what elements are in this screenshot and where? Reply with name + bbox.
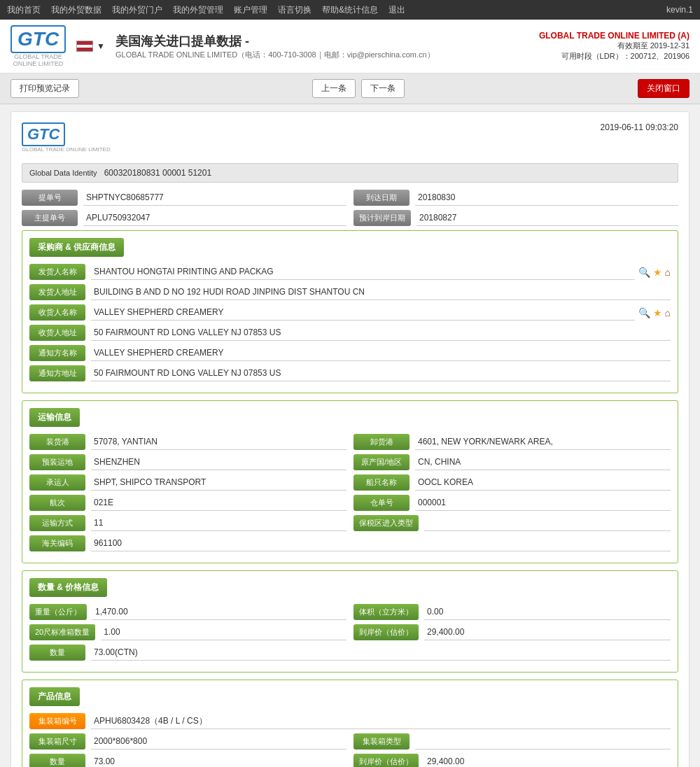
nav-manage[interactable]: 我的外贸管理 [173,4,223,16]
home-icon[interactable]: ⌂ [665,267,671,278]
container-type-value [415,734,671,750]
logo-text: GTC [10,25,66,53]
close-button[interactable]: 关闭窗口 [638,79,690,98]
valid-until: 有效期至 2019-12-31 [539,41,690,51]
container-type-label: 集装箱类型 [354,733,410,750]
bonded-field: 保税区进入类型 [354,515,671,531]
nav-logout[interactable]: 退出 [388,4,405,16]
logo: GTC GLOBAL TRADEONLINE LIMITED [10,25,66,67]
header-right: GLOBAL TRADE ONLINE LIMITED (A) 有效期至 201… [539,31,690,62]
page-title-area: 美国海关进口提单数据 - GLOBAL TRADE ONLINE LIMITED… [115,33,435,60]
print-button[interactable]: 打印预览记录 [10,79,79,98]
flag-icon [76,41,93,52]
customs-code-value: 961100 [91,536,671,551]
search-icon[interactable]: 🔍 [638,267,650,278]
nav-account[interactable]: 账户管理 [234,4,267,16]
next-button[interactable]: 下一条 [361,79,405,98]
language-selector[interactable]: ▼ [76,41,105,52]
nav-data[interactable]: 我的外贸数据 [51,4,102,16]
predest-origin-row: 预装运地 SHENZHEN 原产国/地区 CN, CHINA [29,454,671,470]
prod-price-label: 到岸价（估价） [354,754,419,767]
arrival-date-field: 到达日期 20180830 [354,190,678,206]
transport-mode-field: 运输方式 11 [29,515,346,531]
bonded-label: 保税区进入类型 [354,515,419,531]
supplier-section: 采购商 & 供应商信息 发货人名称 SHANTOU HONGTAI PRINTI… [22,230,678,393]
arrival-date-label: 到达日期 [354,190,410,206]
shipper-name-label: 发货人名称 [29,264,85,280]
nav-portal[interactable]: 我的外贸门户 [112,4,162,16]
card-logo: GTC GLOBAL TRADE ONLINE LIMITED [22,122,111,153]
nav-help[interactable]: 帮助&统计信息 [322,4,378,16]
landing-price-field: 到岸价（估价） 29,400.00 [354,624,671,640]
container20-value: 1.00 [101,625,346,640]
container-no-value: APHU6803428（4B / L / CS） [91,714,671,729]
quantity-section: 数量 & 价格信息 重量（公斤） 1,470.00 体积（立方米） 0.00 2… [22,570,678,673]
transport-section-header: 运输信息 [29,408,80,427]
estimated-arrival-value: 20180827 [416,211,678,226]
toolbar-right: 关闭窗口 [638,79,690,98]
landing-price-value: 29,400.00 [424,625,671,640]
nav-home[interactable]: 我的首页 [7,4,41,16]
gdi-label: Global Data Identity [29,169,97,177]
prod-qty-label: 数量 [29,754,85,767]
bill-no-label: 提单号 [22,190,78,206]
estimated-arrival-field: 预计到岸日期 20180827 [354,210,678,226]
bonded-value [424,516,671,531]
voyage-value: 021E [91,495,346,511]
home-icon-2[interactable]: ⌂ [665,307,671,318]
transport-mode-label: 运输方式 [29,515,85,531]
star-icon[interactable]: ★ [653,267,662,278]
container-type-field: 集装箱类型 [354,733,671,750]
flag-dropdown[interactable]: ▼ [97,41,105,51]
shipper-name-value: SHANTOU HONGTAI PRINTING AND PACKAG [91,265,635,280]
container-size-value: 2000*806*800 [91,734,346,750]
container20-field: 20尺标准箱数量 1.00 [29,624,346,640]
voyage-billref-row: 航次 021E 仓单号 000001 [29,495,671,511]
product-section: 产品信息 集装箱编号 APHU6803428（4B / L / CS） 集装箱尺… [22,680,678,767]
supplier-section-header: 采购商 & 供应商信息 [29,238,124,257]
consignee-addr-value: 50 FAIRMOUNT RD LONG VALLEY NJ 07853 US [91,325,671,341]
top-toolbar: 打印预览记录 上一条 下一条 关闭窗口 [0,73,700,104]
master-bill-label: 主提单号 [22,210,78,226]
star-icon-2[interactable]: ★ [653,307,662,318]
logo-subtitle: GLOBAL TRADEONLINE LIMITED [10,53,66,67]
consignee-addr-row: 收货人地址 50 FAIRMOUNT RD LONG VALLEY NJ 078… [29,325,671,341]
loading-port-field: 装货港 57078, YANTIAN [29,434,346,450]
toolbar-left: 打印预览记录 [10,79,79,98]
bill-no-field: 提单号 SHPTNYC80685777 [22,190,346,206]
pre-dest-label: 预装运地 [29,454,85,470]
weight-field: 重量（公斤） 1,470.00 [29,604,346,620]
page-header: GTC GLOBAL TRADEONLINE LIMITED ▼ 美国海关进口提… [0,20,700,73]
notify-name-value: VALLEY SHEPHERD CREAMERY [91,346,671,361]
carrier-value: SHPT, SHIPCO TRANSPORT [91,475,346,491]
notify-name-label: 通知方名称 [29,345,85,361]
prod-qty-price-row: 数量 73.00 到岸价（估价） 29,400.00 [29,754,671,767]
quantity-section-header: 数量 & 价格信息 [29,578,107,597]
card-logo-text: GTC [22,122,65,146]
volume-label: 体积（立方米） [354,604,419,620]
prod-price-value: 29,400.00 [424,754,671,768]
landing-price-label: 到岸价（估价） [354,624,419,640]
quantity-row: 数量 73.00(CTN) [29,645,671,661]
prev-button[interactable]: 上一条 [312,79,356,98]
notify-name-row: 通知方名称 VALLEY SHEPHERD CREAMERY [29,345,671,361]
customs-code-label: 海关编码 [29,535,85,551]
shipper-addr-label: 发货人地址 [29,284,85,300]
nav-language[interactable]: 语言切换 [278,4,312,16]
container-no-row: 集装箱编号 APHU6803428（4B / L / CS） [29,713,671,729]
unloading-port-label: 卸货港 [354,434,410,450]
card-header: GTC GLOBAL TRADE ONLINE LIMITED 2019-06-… [22,122,678,153]
bill-ref-label: 仓单号 [354,495,410,511]
bill-arrival-row: 提单号 SHPTNYC80685777 到达日期 20180830 [22,190,678,206]
search-icon-2[interactable]: 🔍 [638,307,650,318]
consignee-name-label: 收货人名称 [29,304,85,321]
transport-section: 运输信息 装货港 57078, YANTIAN 卸货港 4601, NEW YO… [22,400,678,563]
card-logo-sub: GLOBAL TRADE ONLINE LIMITED [22,146,111,153]
transport-mode-value: 11 [91,516,346,531]
ldr-info: 可用时段（LDR）：200712、201906 [539,51,690,62]
origin-field: 原产国/地区 CN, CHINA [354,454,671,470]
origin-value: CN, CHINA [415,455,671,470]
header-left: GTC GLOBAL TRADEONLINE LIMITED ▼ 美国海关进口提… [10,25,435,67]
carrier-label: 承运人 [29,474,85,491]
volume-field: 体积（立方米） 0.00 [354,604,671,620]
